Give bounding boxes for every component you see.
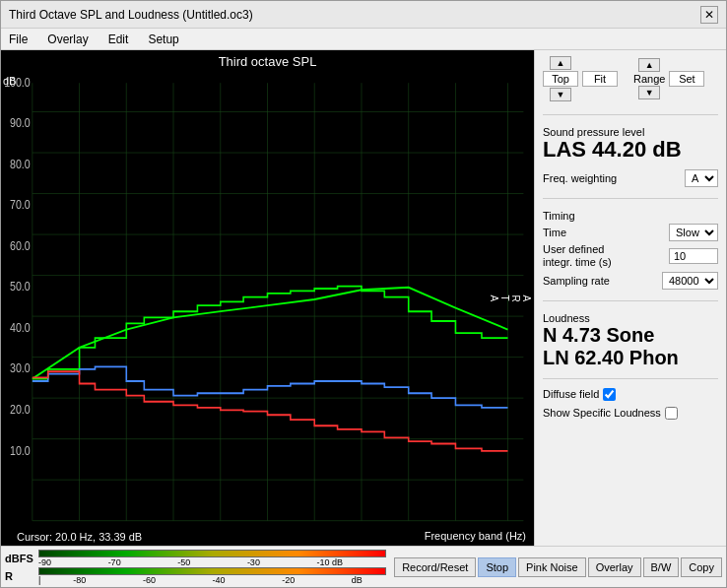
chart-container: dB A R T A	[1, 71, 534, 528]
right-panel: ▲ Top ▼ Fit ▲ Range ▼ Set	[534, 50, 726, 546]
svg-text:60.0: 60.0	[10, 239, 31, 252]
show-specific-checkbox[interactable]	[665, 407, 678, 420]
time-select[interactable]: Slow Fast	[669, 224, 718, 241]
range-label: Range	[633, 73, 665, 85]
divider-1	[543, 114, 718, 115]
user-defined-row: User defined integr. time (s)	[543, 243, 718, 269]
sampling-rate-label: Sampling rate	[543, 275, 610, 287]
svg-text:10.0: 10.0	[10, 444, 31, 457]
svg-text:1k: 1k	[309, 527, 320, 528]
ln-value: LN 62.40 Phon	[543, 347, 718, 369]
record-reset-button[interactable]: Record/Reset	[394, 557, 476, 577]
chart-area: Third octave SPL dB A R T A	[1, 50, 534, 546]
title-bar: Third Octave SPL and Loudness (Untitled.…	[1, 1, 726, 29]
dbfs-scale-top: -90 -70 -50 -30 -10 dB	[38, 550, 386, 567]
diffuse-field-row: Diffuse field	[543, 388, 718, 401]
pink-noise-button[interactable]: Pink Noise	[518, 557, 586, 577]
n-value: N 4.73 Sone	[543, 324, 718, 347]
tick-r-40: -40	[213, 575, 226, 585]
freq-weighting-row: Freq. weighting A C Z	[543, 169, 718, 187]
timing-section: Timing Time Slow Fast User defined integ…	[543, 208, 718, 291]
dbfs-scale-bottom: | -80 -60 -40 -20 dB	[38, 567, 386, 585]
sampling-rate-row: Sampling rate 48000 44100	[543, 272, 718, 290]
fit-button[interactable]: Fit	[582, 71, 618, 87]
chart-title: Third octave SPL	[1, 50, 534, 71]
range-down-button[interactable]: ▼	[638, 86, 660, 99]
dbfs-label: dBFS	[5, 553, 34, 564]
svg-text:63: 63	[120, 527, 132, 528]
user-defined-label: User defined integr. time (s)	[543, 243, 631, 269]
svg-text:20.0: 20.0	[10, 403, 31, 416]
dbfs-bottom-row: R | -80 -60 -40 -20 dB	[5, 567, 386, 585]
tick-70: -70	[108, 557, 121, 567]
arta-label: A R T A	[489, 294, 532, 303]
set-ctrl-group: Set	[669, 56, 704, 101]
divider-4	[543, 378, 718, 379]
svg-text:70.0: 70.0	[10, 199, 31, 212]
svg-text:8k: 8k	[450, 527, 461, 528]
range-ctrl-group: ▲ Range ▼	[633, 58, 665, 99]
main-window: Third Octave SPL and Loudness (Untitled.…	[0, 0, 727, 588]
set-button[interactable]: Set	[669, 71, 704, 87]
svg-text:4k: 4k	[403, 527, 414, 528]
divider-3	[543, 300, 718, 301]
top-down-button[interactable]: ▼	[550, 88, 571, 101]
top-up-button[interactable]: ▲	[550, 56, 571, 70]
tick-r-db: dB	[352, 575, 363, 585]
user-defined-input[interactable]	[669, 248, 718, 264]
svg-text:250: 250	[212, 527, 230, 528]
bottom-bar: dBFS -90 -70 -50 -30 -10 dB R | -80 -60	[1, 546, 726, 587]
top-ctrl-group: ▲ Top ▼	[543, 56, 578, 101]
svg-text:16: 16	[27, 527, 38, 528]
diffuse-field-checkbox[interactable]	[603, 388, 616, 401]
tick-r-80v: -80	[73, 575, 86, 585]
fit-ctrl-group: Fit	[582, 56, 618, 101]
menu-overlay[interactable]: Overlay	[43, 32, 92, 47]
show-specific-label: Show Specific Loudness	[543, 407, 661, 419]
divider-2	[543, 198, 718, 199]
tick-30: -30	[247, 557, 260, 567]
menu-bar: File Overlay Edit Setup	[1, 29, 726, 50]
y-axis-label: dB	[3, 75, 16, 87]
dbfs-top-row: dBFS -90 -70 -50 -30 -10 dB	[5, 550, 386, 567]
top-value-button[interactable]: Top	[543, 71, 578, 87]
svg-text:90.0: 90.0	[10, 117, 31, 130]
window-title: Third Octave SPL and Loudness (Untitled.…	[9, 8, 253, 22]
svg-text:500: 500	[259, 527, 277, 528]
chart-svg: 100.0 90.0 80.0 70.0 60.0 50.0 40.0 30.0…	[1, 71, 534, 528]
tick-10: -10 dB	[317, 557, 344, 567]
svg-text:40.0: 40.0	[10, 321, 31, 334]
show-specific-row: Show Specific Loudness	[543, 407, 718, 420]
freq-weighting-select[interactable]: A C Z	[685, 169, 718, 187]
tick-50: -50	[177, 557, 190, 567]
menu-setup[interactable]: Setup	[144, 32, 182, 47]
spl-value: LAS 44.20 dB	[543, 138, 718, 162]
svg-text:125: 125	[165, 527, 182, 528]
tick-r-80: |	[38, 575, 40, 585]
tick-90: -90	[38, 557, 51, 567]
cursor-info: Cursor: 20.0 Hz, 33.39 dB	[9, 529, 150, 545]
menu-edit[interactable]: Edit	[104, 32, 133, 47]
timing-label: Timing	[543, 210, 718, 222]
close-button[interactable]: ✕	[700, 6, 718, 24]
r-label: R	[5, 570, 34, 582]
bw-button[interactable]: B/W	[643, 557, 680, 577]
sampling-rate-select[interactable]: 48000 44100	[662, 272, 718, 290]
dbfs-section: dBFS -90 -70 -50 -30 -10 dB R | -80 -60	[1, 548, 390, 587]
range-up-button[interactable]: ▲	[638, 58, 660, 72]
spl-section: Sound pressure level LAS 44.20 dB	[543, 124, 718, 162]
loudness-section: Loudness N 4.73 Sone LN 62.40 Phon	[543, 310, 718, 369]
svg-text:16k: 16k	[499, 527, 516, 528]
top-controls: ▲ Top ▼ Fit ▲ Range ▼ Set	[543, 56, 718, 101]
diffuse-field-label: Diffuse field	[543, 388, 599, 400]
freq-label: Frequency band (Hz)	[425, 529, 526, 545]
tick-r-60: -60	[143, 575, 156, 585]
time-label: Time	[543, 227, 566, 238]
menu-file[interactable]: File	[5, 32, 32, 47]
stop-button[interactable]: Stop	[478, 557, 516, 577]
copy-button[interactable]: Copy	[681, 557, 722, 577]
overlay-button[interactable]: Overlay	[588, 557, 641, 577]
svg-text:80.0: 80.0	[10, 158, 31, 170]
loudness-label: Loudness	[543, 312, 718, 324]
svg-text:2k: 2k	[356, 527, 366, 528]
